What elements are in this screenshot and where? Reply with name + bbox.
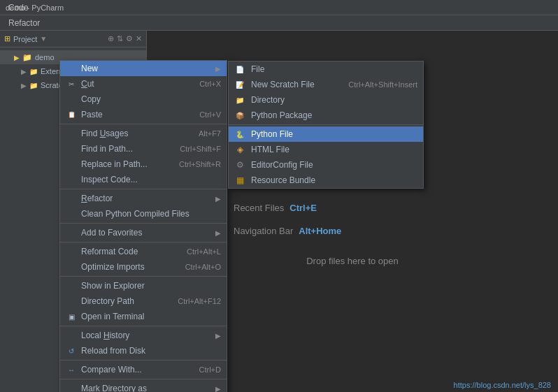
cut-shortcut: Ctrl+X — [199, 80, 221, 88]
scratch-shortcut: Ctrl+Alt+Shift+Insert — [348, 80, 417, 89]
reformat-shortcut: Ctrl+Alt+L — [187, 247, 221, 256]
add-favorites-icon — [66, 227, 77, 238]
submenu-item-scratch[interactable]: 📝 New Scratch File Ctrl+Alt+Shift+Insert — [229, 77, 423, 92]
folder-icon-scratch: 📁 — [29, 82, 38, 89]
copy-icon — [66, 94, 77, 105]
ctx-item-reformat[interactable]: Reformat Code Ctrl+Alt+L — [60, 244, 227, 259]
ctx-label-replace-path: Replace in Path... — [81, 159, 179, 169]
settings-icon[interactable]: ⚙ — [126, 34, 133, 43]
context-menu: New ▶ ✂ Cut Ctrl+X Copy 📋 Paste Ctrl+V F… — [59, 60, 227, 392]
ctx-item-find-path[interactable]: Find in Path... Ctrl+Shift+F — [60, 141, 227, 157]
ctx-label-reload: Reload from Disk — [81, 346, 221, 356]
favorites-arrow-icon: ▶ — [215, 229, 221, 237]
ctx-label-add-favorites: Add to Favorites — [81, 228, 215, 238]
paste-shortcut: Ctrl+V — [199, 110, 221, 119]
ctx-item-terminal[interactable]: ▣ Open in Terminal — [60, 309, 227, 324]
ctx-label-find-path: Find in Path... — [81, 144, 180, 154]
submenu-label-file: File — [251, 64, 264, 74]
find-usages-icon — [66, 128, 77, 139]
ctx-label-clean-python: Clean Python Compiled Files — [81, 209, 221, 219]
terminal-icon: ▣ — [66, 311, 77, 322]
project-dropdown-icon[interactable]: ▼ — [40, 35, 47, 43]
optimize-shortcut: Ctrl+Alt+O — [185, 263, 221, 271]
ctx-item-mark-dir[interactable]: Mark Directory as ▶ — [60, 381, 227, 392]
title-bar: demo - PyCharm — [0, 0, 558, 15]
url-bar: https://blog.csdn.net/lys_828 — [454, 381, 551, 389]
separator-2 — [60, 189, 227, 189]
ctx-item-new[interactable]: New ▶ — [60, 61, 227, 76]
menu-item-code[interactable]: Code — [3, 0, 47, 15]
ctx-item-replace-path[interactable]: Replace in Path... Ctrl+Shift+R — [60, 157, 227, 172]
local-history-icon — [66, 330, 77, 341]
html-file-icon: ◈ — [234, 144, 245, 155]
refactor-icon — [66, 193, 77, 204]
hint-key: Alt+Home — [299, 226, 341, 236]
python-file-icon: 🐍 — [234, 129, 245, 140]
submenu-item-file[interactable]: 📄 File — [229, 61, 423, 77]
tree-arrow-scratch: ▶ — [21, 82, 27, 89]
mark-dir-icon — [66, 383, 77, 392]
submenu-new: 📄 File 📝 New Scratch File Ctrl+Alt+Shift… — [228, 61, 424, 189]
hint-key: Ctrl+E — [289, 203, 317, 213]
ctx-item-copy[interactable]: Copy — [60, 92, 227, 107]
ctx-item-local-history[interactable]: Local History ▶ — [60, 328, 227, 343]
paste-icon: 📋 — [66, 109, 77, 120]
directory-icon: 📁 — [234, 94, 245, 106]
ctx-item-show-explorer[interactable]: Show in Explorer — [60, 278, 227, 293]
tree-arrow-ext: ▶ — [21, 68, 27, 75]
replace-path-shortcut: Ctrl+Shift+R — [179, 160, 221, 168]
ctx-item-find-usages[interactable]: Find Usages Alt+F7 — [60, 126, 227, 141]
ctx-item-add-favorites[interactable]: Add to Favorites ▶ — [60, 225, 227, 240]
separator-6 — [60, 326, 227, 326]
submenu-label-resource-bundle: Resource Bundle — [251, 175, 315, 185]
mark-dir-arrow-icon: ▶ — [215, 385, 221, 393]
dir-path-shortcut: Ctrl+Alt+F12 — [178, 297, 221, 305]
find-path-icon — [66, 143, 77, 154]
replace-path-icon — [66, 159, 77, 170]
ctx-label-cut: Cut — [81, 79, 199, 89]
separator-3 — [60, 223, 227, 224]
separator-8 — [60, 379, 227, 379]
ctx-label-show-explorer: Show in Explorer — [81, 281, 221, 291]
collapse-icon[interactable]: ⇅ — [117, 34, 123, 43]
local-history-arrow-icon: ▶ — [215, 332, 221, 340]
scratch-icon: 📝 — [234, 79, 245, 90]
ctx-item-clean-python[interactable]: Clean Python Compiled Files — [60, 206, 227, 222]
refactor-arrow-icon: ▶ — [215, 195, 221, 203]
reload-icon: ↺ — [66, 345, 77, 356]
submenu-item-directory[interactable]: 📁 Directory — [229, 92, 423, 108]
submenu-item-editorconfig[interactable]: ⚙ EditorConfig File — [229, 157, 423, 173]
ctx-label-copy: Copy — [81, 94, 221, 104]
ctx-item-optimize[interactable]: Optimize Imports Ctrl+Alt+O — [60, 259, 227, 275]
separator-1 — [60, 124, 227, 124]
ctx-label-dir-path: Directory Path — [81, 296, 178, 306]
submenu-item-python-package[interactable]: 📦 Python Package — [229, 108, 423, 123]
ctx-label-refactor: Refactor — [81, 194, 215, 203]
submenu-label-html-file: HTML File — [251, 145, 289, 154]
ctx-item-cut[interactable]: ✂ Cut Ctrl+X — [60, 76, 227, 92]
submenu-item-python-file[interactable]: 🐍 Python File — [229, 126, 423, 142]
sync-icon[interactable]: ⊕ — [108, 34, 114, 43]
ctx-label-find-usages: Find Usages — [81, 129, 199, 138]
ctx-item-compare[interactable]: ↔ Compare With... Ctrl+D — [60, 362, 227, 377]
ctx-item-paste[interactable]: 📋 Paste Ctrl+V — [60, 107, 227, 122]
close-icon[interactable]: ✕ — [136, 34, 142, 43]
hint-label: Recent Files — [234, 203, 284, 213]
main-layout: 1: Project 2: Structure ⊞ Project ▼ ⊕ ⇅ … — [0, 31, 558, 392]
reformat-icon — [66, 246, 77, 257]
compare-shortcut: Ctrl+D — [199, 365, 221, 374]
ctx-item-reload[interactable]: ↺ Reload from Disk — [60, 343, 227, 358]
ctx-label-inspect: Inspect Code... — [81, 175, 221, 184]
ctx-label-terminal: Open in Terminal — [81, 312, 221, 321]
ctx-label-optimize: Optimize Imports — [81, 262, 185, 272]
menu-item-refactor[interactable]: Refactor — [3, 15, 47, 31]
ctx-item-dir-path[interactable]: Directory Path Ctrl+Alt+F12 — [60, 293, 227, 309]
submenu-label-scratch: New Scratch File — [251, 80, 315, 89]
ctx-item-refactor[interactable]: Refactor ▶ — [60, 191, 227, 206]
submenu-item-html-file[interactable]: ◈ HTML File — [229, 142, 423, 157]
folder-icon-ext: 📁 — [29, 68, 38, 75]
ctx-item-inspect[interactable]: Inspect Code... — [60, 172, 227, 187]
submenu-item-resource-bundle[interactable]: ▦ Resource Bundle — [229, 173, 423, 188]
show-explorer-icon — [66, 280, 77, 291]
submenu-label-directory: Directory — [251, 95, 285, 105]
